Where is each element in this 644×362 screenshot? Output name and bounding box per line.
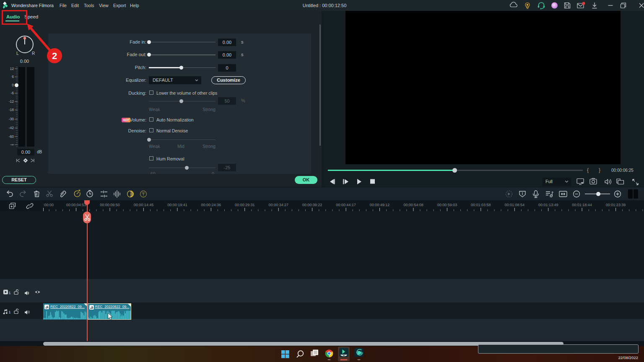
svg-text:00:00:54:08: 00:00:54:08 — [403, 203, 423, 207]
svg-text:00:01:23:39: 00:01:23:39 — [606, 203, 626, 207]
svg-text:-∞: -∞ — [10, 142, 14, 147]
svg-text:-18: -18 — [9, 108, 14, 112]
svg-text:-60: -60 — [9, 134, 14, 139]
svg-text:0: 0 — [12, 83, 14, 87]
svg-text:2: 2 — [52, 51, 57, 61]
svg-text:-6: -6 — [10, 91, 14, 95]
svg-text:00:01:03:58: 00:01:03:58 — [471, 203, 491, 207]
svg-text::00:00: :00:00 — [43, 203, 54, 207]
svg-text:00:00:39:22: 00:00:39:22 — [302, 203, 322, 207]
svg-text:00:00:44:17: 00:00:44:17 — [336, 203, 356, 207]
svg-text:-42: -42 — [9, 126, 14, 130]
svg-text:-30: -30 — [9, 117, 14, 121]
svg-text:00:00:04:53: 00:00:04:53 — [66, 203, 86, 207]
svg-text:-12: -12 — [9, 99, 14, 103]
svg-text:00:01:08:54: 00:01:08:54 — [505, 203, 525, 207]
svg-text:1: 1 — [9, 310, 11, 314]
svg-text:12: 12 — [10, 67, 14, 71]
svg-text:00:00:49:12: 00:00:49:12 — [370, 203, 390, 207]
svg-text:00:00:14:45: 00:00:14:45 — [134, 203, 154, 207]
svg-text:00:01:13:49: 00:01:13:49 — [538, 203, 558, 207]
svg-text:00:00:29:31: 00:00:29:31 — [235, 203, 255, 207]
svg-text:00:00:34:27: 00:00:34:27 — [268, 203, 288, 207]
svg-text:00:00:59:03: 00:00:59:03 — [437, 203, 457, 207]
svg-text:00:00:19:41: 00:00:19:41 — [167, 203, 187, 207]
svg-text:00:01:18:44: 00:01:18:44 — [572, 203, 592, 207]
svg-text:Full: Full — [545, 179, 553, 184]
svg-text:6: 6 — [12, 75, 14, 79]
svg-text:1: 1 — [9, 291, 11, 295]
svg-text:00:00:24:36: 00:00:24:36 — [201, 203, 221, 207]
svg-text:00:00:09:50: 00:00:09:50 — [100, 203, 120, 207]
